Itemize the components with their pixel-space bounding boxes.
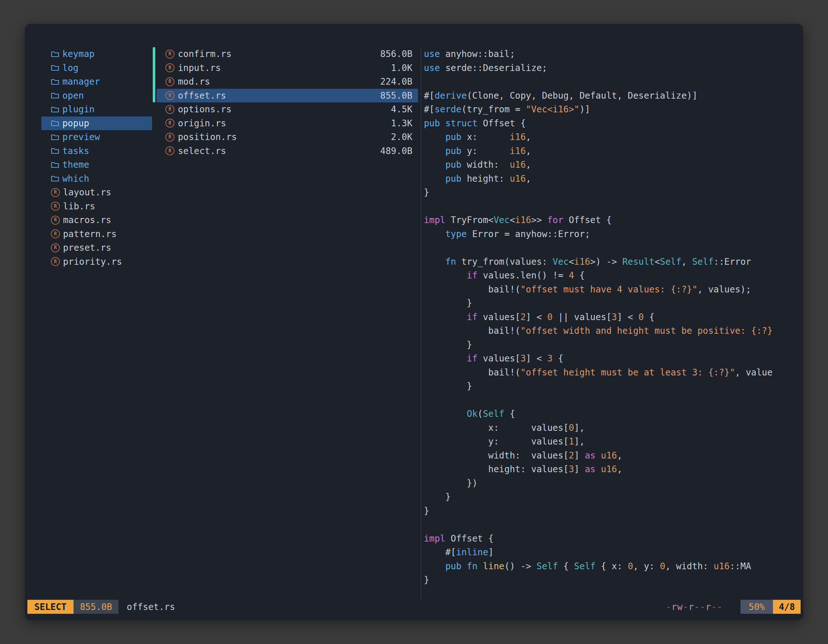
code-line: } (424, 573, 802, 587)
code-line: }) (424, 476, 802, 490)
folder-icon (51, 64, 59, 71)
code-token: serde::Deserialize; (445, 63, 547, 73)
sidebar-folder-log[interactable]: log (41, 61, 152, 75)
sidebar-file-pattern.rs[interactable]: Rpattern.rs (41, 227, 152, 241)
sidebar-folder-preview[interactable]: preview (41, 130, 152, 144)
code-token: Error = anyhow::Error; (472, 229, 590, 239)
code-line: #[inline] (424, 545, 802, 559)
code-token: , y: (633, 561, 660, 572)
code-line: #[derive(Clone, Copy, Debug, Default, De… (424, 89, 802, 103)
code-token: { (504, 409, 515, 419)
sidebar-file-preset.rs[interactable]: Rpreset.rs (41, 241, 152, 255)
code-token: line (483, 561, 504, 572)
code-token: 0 (638, 312, 644, 322)
perm-char: - (711, 602, 717, 612)
code-token: Offset { (451, 533, 494, 544)
file-name: offset.rs (178, 90, 226, 101)
sidebar-folder-plugin[interactable]: plugin (41, 102, 152, 116)
code-token: y: (467, 146, 510, 156)
rust-file-icon: R (51, 229, 60, 238)
file-item-options.rs[interactable]: Roptions.rs4.5K (157, 102, 418, 116)
file-size: 1.0K (391, 63, 412, 73)
sidebar-file-macros.rs[interactable]: Rmacros.rs (41, 213, 152, 227)
code-token: bail!( (424, 326, 520, 336)
sidebar-folder-keymap[interactable]: keymap (41, 47, 152, 61)
sidebar-folder-theme[interactable]: theme (41, 158, 152, 172)
code-line: pub fn line() -> Self { Self { x: 0, y: … (424, 559, 802, 573)
code-line: } (424, 490, 802, 504)
file-item-offset.rs[interactable]: Roffset.rs855.0B (157, 89, 418, 103)
sidebar-folder-which[interactable]: which (41, 172, 152, 186)
code-token: bail!( (424, 284, 520, 295)
folder-icon (51, 92, 59, 99)
sidebar-folder-open[interactable]: open (41, 89, 152, 103)
status-filename: offset.rs (127, 602, 175, 612)
code-token: } (424, 506, 429, 516)
file-size: 856.0B (380, 49, 412, 59)
file-name: pattern.rs (63, 229, 117, 239)
sidebar-file-priority.rs[interactable]: Rpriority.rs (41, 255, 152, 269)
sidebar-folder-manager[interactable]: manager (41, 75, 152, 89)
code-token: >) -> (590, 257, 623, 267)
sidebar-file-lib.rs[interactable]: Rlib.rs (41, 199, 152, 213)
file-item-input.rs[interactable]: Rinput.rs1.0K (157, 61, 418, 75)
code-token (424, 146, 445, 156)
file-item-origin.rs[interactable]: Rorigin.rs1.3K (157, 116, 418, 130)
code-token: impl (424, 215, 451, 225)
code-token: serde (435, 104, 461, 114)
folder-icon (51, 50, 59, 58)
scroll-percent: 50% (740, 600, 773, 614)
file-name: input.rs (178, 63, 221, 73)
rust-file-icon: R (165, 146, 174, 155)
code-token: Vec (553, 257, 569, 267)
code-token: use (424, 63, 445, 73)
code-token: u16 (601, 450, 617, 461)
file-size: 224.0B (380, 76, 412, 87)
file-size: 855.0B (380, 90, 412, 101)
code-line: #[serde(try_from = "Vec<i16>")] (424, 102, 802, 116)
rust-file-icon: R (51, 243, 60, 252)
file-item-confirm.rs[interactable]: Rconfirm.rs856.0B (157, 47, 418, 61)
code-token: Self (574, 561, 595, 572)
code-line: use serde::Deserialize; (424, 61, 802, 75)
code-token: , (526, 132, 531, 142)
code-token: || values[ (553, 312, 612, 322)
code-line: use anyhow::bail; (424, 47, 802, 61)
file-item-select.rs[interactable]: Rselect.rs489.0B (157, 144, 418, 158)
code-token (424, 561, 445, 572)
file-name: confirm.rs (178, 49, 232, 59)
code-token: Ok (467, 409, 478, 419)
list-scrollbar[interactable] (153, 47, 155, 102)
file-item-position.rs[interactable]: Rposition.rs2.0K (157, 130, 418, 144)
code-token: pub (445, 160, 466, 170)
folder-name: plugin (63, 104, 94, 114)
file-name: layout.rs (63, 187, 111, 197)
code-token: 0 (547, 312, 553, 322)
code-token: #[ (424, 90, 435, 101)
perm-char: - (666, 602, 671, 612)
code-line: pub height: u16, (424, 172, 802, 186)
folder-icon (51, 147, 59, 154)
code-line: if values[2] < 0 || values[3] < 0 { (424, 310, 802, 324)
sidebar-folder-popup[interactable]: popup (41, 116, 152, 130)
code-token: ] (574, 450, 585, 461)
code-token: , (681, 257, 692, 267)
status-left: SELECT 855.0B offset.rs (27, 600, 175, 614)
code-token: } (424, 381, 472, 391)
code-token: 0 (660, 561, 665, 572)
code-token: for (547, 215, 569, 225)
code-line: if values.len() != 4 { (424, 268, 802, 282)
pane-divider (421, 47, 421, 599)
sidebar-file-layout.rs[interactable]: Rlayout.rs (41, 185, 152, 199)
sidebar-folder-tasks[interactable]: tasks (41, 144, 152, 158)
code-line: pub width: u16, (424, 158, 802, 172)
code-token: pub (445, 132, 466, 142)
file-size-badge: 855.0B (74, 600, 118, 614)
code-token: , values); (698, 284, 751, 295)
code-token: i16 (574, 257, 590, 267)
folder-name: preview (63, 132, 100, 142)
code-token (424, 257, 445, 267)
code-token: if (467, 270, 483, 280)
code-line: impl TryFrom<Vec<i16>> for Offset { (424, 213, 802, 227)
file-item-mod.rs[interactable]: Rmod.rs224.0B (157, 75, 418, 89)
